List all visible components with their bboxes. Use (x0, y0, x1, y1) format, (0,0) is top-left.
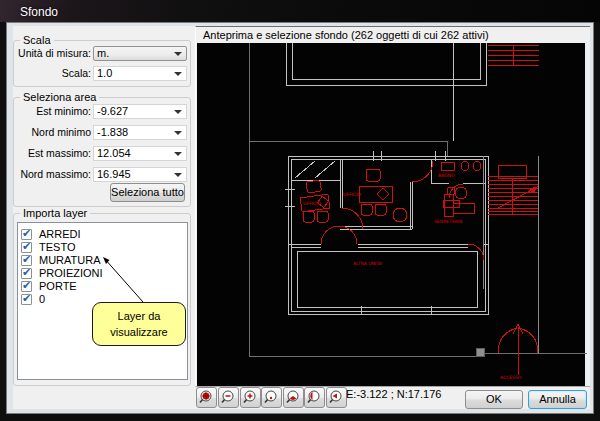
zoom-extents-icon (198, 389, 215, 406)
zoom-selected-icon (328, 389, 345, 406)
label-nord-massimo: Nord massimo: (20, 167, 91, 182)
zoom-extents-button[interactable] (196, 387, 217, 408)
zoom-window-icon (263, 389, 280, 406)
zoom-scale-icon (306, 389, 323, 406)
checkbox-icon[interactable]: ✔ (21, 294, 32, 305)
combo-unita-misura[interactable]: m. (93, 46, 187, 61)
combo-nord-massimo[interactable]: 16.945 (93, 167, 187, 182)
layer-item-label: PORTE (39, 280, 77, 293)
preview-panel: Anteprima e selezione sfondo (262 oggett… (195, 26, 590, 387)
selection-handle (476, 348, 484, 356)
combo-unita-misura-value: m. (97, 47, 109, 59)
checkbox-check: ✔ (22, 253, 31, 266)
checkbox-icon[interactable]: ✔ (21, 255, 32, 266)
preview-canvas[interactable]: UFFICIO UFFICIO BAGNO SEGRETERIA ALTRA U… (197, 43, 587, 386)
checkbox-check: ✔ (22, 292, 31, 305)
annulla-button[interactable]: Annulla (528, 390, 587, 409)
combo-est-minimo[interactable]: -9.627 (93, 104, 187, 119)
checkbox-icon[interactable]: ✔ (21, 268, 32, 279)
group-importa-layer-legend: Importa layer (20, 207, 90, 220)
label-est-minimo: Est minimo: (36, 104, 91, 119)
zoom-selected-button[interactable] (326, 387, 347, 408)
label-nord-minimo: Nord minimo (31, 125, 91, 140)
ok-button[interactable]: OK (465, 390, 523, 409)
zoom-scale-button[interactable] (304, 387, 325, 408)
svg-text:BAGNO: BAGNO (438, 173, 455, 178)
svg-text:UFFICIO: UFFICIO (303, 201, 321, 206)
layer-item-label: 0 (39, 293, 45, 306)
chevron-down-icon (174, 131, 182, 135)
tooltip-line1: Layer da (93, 308, 185, 324)
layer-item-label: ARREDI (39, 228, 81, 241)
titlebar[interactable]: Sfondo (0, 0, 600, 22)
label-unita-misura: Unità di misura: (18, 46, 91, 61)
chevron-down-icon (174, 52, 182, 56)
svg-text:UFFICIO: UFFICIO (343, 192, 361, 197)
checkbox-icon[interactable]: ✔ (21, 242, 32, 253)
layer-item-label: MURATURA (39, 254, 101, 267)
stairwell-walls (483, 156, 538, 353)
zoom-in-button[interactable] (240, 387, 261, 408)
combo-scala[interactable]: 1.0 (93, 66, 187, 81)
preview-header: Anteprima e selezione sfondo (262 oggett… (203, 29, 489, 41)
svg-text:SEGRETERIA: SEGRETERIA (434, 219, 463, 224)
chevron-down-icon (174, 72, 182, 76)
chevron-down-icon (174, 110, 182, 114)
combo-nord-minimo[interactable]: -1.838 (93, 125, 187, 140)
zoom-out-button[interactable] (218, 387, 239, 408)
zoom-out-icon (220, 389, 237, 406)
window-title: Sfondo (20, 5, 58, 19)
combo-nord-minimo-value: -1.838 (97, 126, 128, 138)
checkbox-check: ✔ (22, 279, 31, 292)
svg-text:ALTRA UNITA': ALTRA UNITA' (353, 261, 383, 266)
floor-plan: UFFICIO UFFICIO BAGNO SEGRETERIA ALTRA U… (197, 43, 587, 386)
dialog-content: Scala Unità di misura: m. Scala: 1.0 Sel… (13, 26, 590, 409)
group-seleziona-area-legend: Seleziona area (20, 91, 99, 104)
tooltip-line2: visualizzare (93, 324, 185, 340)
checkbox-check: ✔ (22, 266, 31, 279)
label-est-massimo: Est massimo: (28, 146, 91, 161)
coords-readout: E:-3.122 ; N:17.176 (346, 388, 441, 400)
zoom-window-button[interactable] (261, 387, 282, 408)
checkbox-icon[interactable]: ✔ (21, 229, 32, 240)
upper-structure (286, 43, 486, 141)
layer-item-label: TESTO (39, 241, 75, 254)
combo-scala-value: 1.0 (97, 67, 112, 79)
interior-walls (285, 151, 488, 314)
plan-red-elements (298, 45, 539, 375)
chevron-down-icon (174, 173, 182, 177)
svg-text:ACCESSO: ACCESSO (500, 375, 522, 380)
tooltip-arrow (97, 252, 153, 308)
zoom-previous-button[interactable] (283, 387, 304, 408)
layer-item-label: PROIEZIONI (39, 267, 103, 280)
combo-est-massimo-value: 12.054 (97, 147, 131, 159)
combo-est-massimo[interactable]: 12.054 (93, 146, 187, 161)
chevron-down-icon (174, 152, 182, 156)
checkbox-check: ✔ (22, 227, 31, 240)
checkbox-check: ✔ (22, 240, 31, 253)
layer-tooltip: Layer da visualizzare (92, 302, 186, 346)
label-scala: Scala: (62, 66, 91, 81)
combo-est-minimo-value: -9.627 (97, 105, 128, 117)
zoom-previous-icon (285, 389, 302, 406)
seleziona-tutto-button[interactable]: Seleziona tutto (110, 183, 185, 202)
checkbox-icon[interactable]: ✔ (21, 281, 32, 292)
zoom-in-icon (242, 389, 259, 406)
combo-nord-massimo-value: 16.945 (97, 168, 131, 180)
sfondo-dialog: Sfondo Scala Unità di misura: m. Scala: … (0, 0, 600, 421)
